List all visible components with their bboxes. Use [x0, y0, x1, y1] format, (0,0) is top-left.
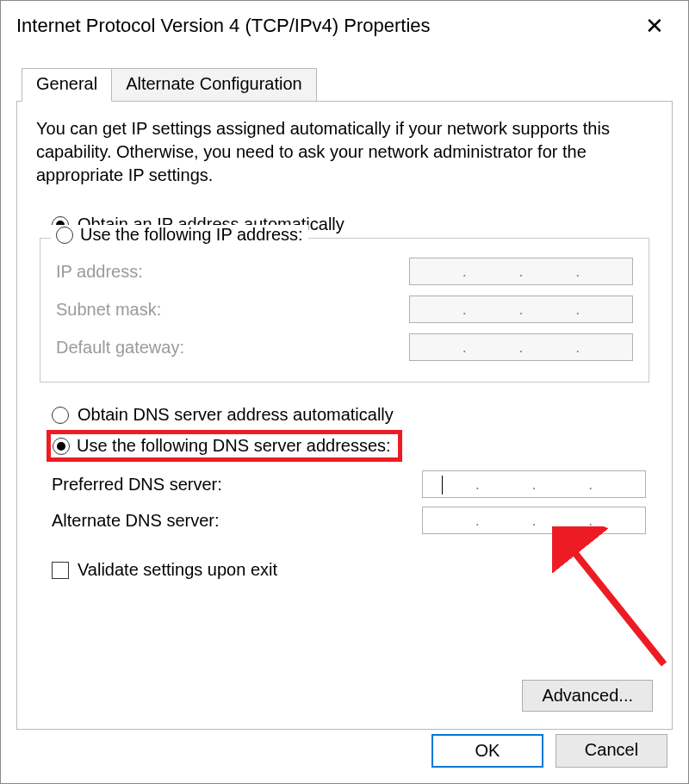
ip-manual-fieldset: Use the following IP address: IP address… [40, 238, 649, 383]
annotation-highlight: Use the following DNS server addresses: [47, 430, 402, 462]
advanced-button[interactable]: Advanced... [522, 680, 653, 712]
radio-dns-manual-label: Use the following DNS server addresses: [77, 436, 391, 456]
description-text: You can get IP settings assigned automat… [36, 117, 653, 187]
radio-dns-manual-row[interactable]: Use the following DNS server addresses: [47, 430, 649, 462]
dialog-buttons: OK Cancel [431, 734, 667, 768]
subnet-mask-label: Subnet mask: [56, 300, 161, 320]
subnet-mask-input: ... [409, 296, 633, 323]
close-icon[interactable]: ✕ [636, 11, 673, 40]
ip-address-input: ... [409, 258, 633, 285]
radio-ip-manual[interactable] [56, 227, 73, 244]
preferred-dns-input[interactable]: ... [422, 470, 646, 498]
titlebar: Internet Protocol Version 4 (TCP/IPv4) P… [1, 1, 688, 51]
preferred-dns-label: Preferred DNS server: [52, 475, 222, 495]
cancel-button[interactable]: Cancel [556, 734, 667, 768]
default-gateway-input: ... [409, 333, 633, 361]
ipv4-properties-dialog: Internet Protocol Version 4 (TCP/IPv4) P… [0, 0, 689, 784]
validate-checkbox-row[interactable]: Validate settings upon exit [52, 560, 653, 580]
validate-checkbox-label: Validate settings upon exit [78, 560, 277, 580]
default-gateway-label: Default gateway: [56, 338, 184, 358]
radio-dns-manual[interactable] [53, 438, 70, 455]
alternate-dns-input[interactable]: ... [422, 507, 646, 534]
window-title: Internet Protocol Version 4 (TCP/IPv4) P… [16, 15, 431, 37]
tabstrip: General Alternate Configuration [1, 68, 688, 101]
radio-ip-manual-label: Use the following IP address: [80, 225, 303, 245]
radio-dns-auto-label: Obtain DNS server address automatically [78, 405, 394, 425]
tab-general[interactable]: General [22, 68, 112, 102]
ip-address-label: IP address: [56, 262, 143, 282]
dns-section: Obtain DNS server address automatically … [40, 405, 649, 534]
ip-manual-legend[interactable]: Use the following IP address: [51, 225, 308, 245]
tab-panel-general: You can get IP settings assigned automat… [16, 101, 673, 730]
tab-alternate-configuration[interactable]: Alternate Configuration [111, 68, 317, 101]
alternate-dns-label: Alternate DNS server: [52, 511, 220, 531]
ok-button[interactable]: OK [431, 734, 543, 768]
radio-dns-auto[interactable] [52, 407, 69, 424]
validate-checkbox[interactable] [52, 562, 69, 579]
radio-dns-auto-row[interactable]: Obtain DNS server address automatically [52, 405, 649, 425]
